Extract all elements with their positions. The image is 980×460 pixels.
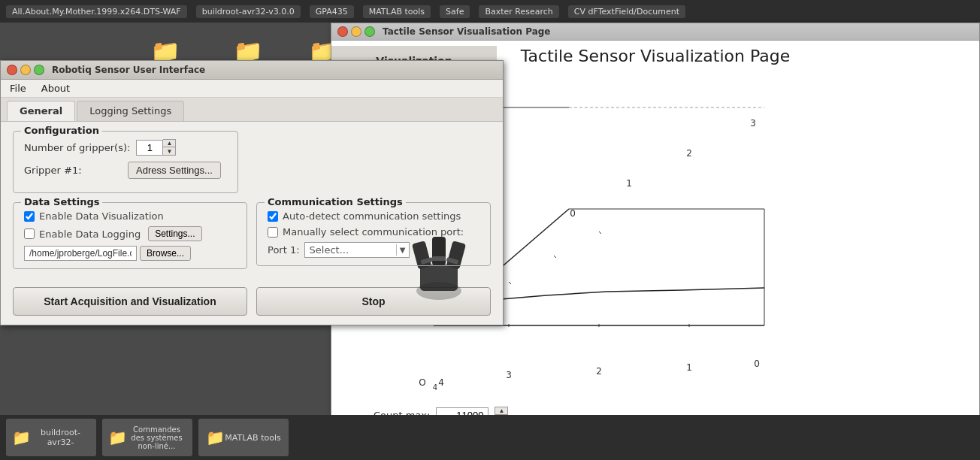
port-select-arrow[interactable]: ▼ [396,244,409,256]
configuration-section: Configuration Number of gripper(s): ▲ ▼ … [13,131,238,193]
bottom-item-label-3: MATLAB tools [225,433,280,443]
robotiq-content: Configuration Number of gripper(s): ▲ ▼ … [1,122,503,325]
svg-text:0: 0 [755,359,761,369]
robotiq-window: Robotiq Sensor User Interface File About… [0,60,504,325]
folder-icon-bottom-2: 📁 [108,428,127,446]
tactile-max-btn[interactable] [364,26,375,37]
num-grippers-label: Number of gripper(s): [24,142,130,153]
svg-line-26 [501,295,546,299]
robotiq-menu-bar: File About [1,80,503,98]
auto-detect-checkbox[interactable] [268,211,278,222]
svg-text:0: 0 [570,208,576,219]
enable-log-checkbox[interactable] [24,228,35,239]
folder-icon-bottom-1: 📁 [12,428,31,446]
data-settings-col: Data Settings Enable Data Visualization … [13,202,247,278]
tactile-page-title: Tactile Sensor Visualization Page [521,47,790,65]
taskbar-item-5[interactable]: Safe [440,5,470,18]
folder-icon-bottom-3: 📁 [206,428,225,446]
svg-text:3: 3 [507,370,513,380]
robotiq-max-btn[interactable] [34,65,44,75]
num-grippers-input[interactable] [136,140,163,156]
svg-text:2: 2 [597,366,603,377]
tab-general[interactable]: General [7,101,75,121]
enable-log-label: Enable Data Logging [39,228,141,240]
tactile-min-btn[interactable] [351,26,361,37]
menu-about[interactable]: About [38,81,73,95]
svg-text:1: 1 [627,178,633,189]
manual-select-label: Manually select communication port: [283,226,464,238]
port-select-container[interactable]: Select... ▼ [304,242,410,258]
port-label: Port 1: [268,244,300,256]
taskbar-item-4[interactable]: MATLAB tools [363,5,431,18]
count-max-up[interactable]: ▲ [495,407,507,415]
svg-line-28 [606,290,682,292]
svg-text:2: 2 [687,148,693,159]
tab-logging[interactable]: Logging Settings [77,101,184,121]
config-legend: Configuration [21,125,102,136]
svg-text:4: 4 [433,383,437,392]
num-grippers-up[interactable]: ▲ [163,140,175,147]
bottom-item-label-1: buildroot-avr32- [31,428,90,447]
tactile-window-title: Tactile Sensor Visualisation Page [383,26,551,37]
svg-line-27 [546,292,606,295]
num-grippers-down[interactable]: ▼ [163,147,175,155]
svg-line-39 [509,282,511,284]
num-grippers-arrows: ▲ ▼ [163,139,176,156]
tactile-window-controls [337,26,375,37]
data-settings-section: Data Settings Enable Data Visualization … [13,202,247,269]
bottom-item-label-2: Commandes des systèmes non-liné... [127,425,186,450]
manual-select-row: Manually select communication port: [268,226,479,238]
tab-bar: General Logging Settings [1,98,503,122]
address-settings-btn[interactable]: Adress Settings... [128,162,221,179]
port-select-value: Select... [305,243,396,257]
enable-viz-checkbox[interactable] [24,211,35,222]
enable-viz-row: Enable Data Visualization [24,210,236,222]
comm-settings-legend: Communication Settings [265,196,406,207]
desktop: 📁 All.About.My.Mother.1999.x264.DTS-WAF … [0,23,980,415]
robotiq-window-title: Robotiq Sensor User Interface [52,65,205,75]
bottom-taskbar: 📁 buildroot-avr32- 📁 Commandes des systè… [0,415,980,460]
robotiq-titlebar: Robotiq Sensor User Interface [1,61,503,80]
auto-detect-label: Auto-detect communication settings [283,210,461,222]
start-acquisition-btn[interactable]: Start Acquisition and Visualization [13,287,247,316]
svg-text:4: 4 [439,377,445,388]
manual-select-checkbox[interactable] [268,227,278,238]
svg-line-41 [599,232,601,234]
bottom-taskbar-item-2[interactable]: 📁 Commandes des systèmes non-liné... [102,419,192,456]
file-path-input[interactable] [24,246,137,261]
auto-detect-row: Auto-detect communication settings [268,210,479,222]
svg-text:3: 3 [751,118,757,129]
robotiq-close-btn[interactable] [7,65,17,75]
log-settings-btn[interactable]: Settings... [148,226,201,241]
enable-log-row: Enable Data Logging Settings... [24,226,236,241]
svg-text:1: 1 [687,362,693,373]
tactile-window-titlebar: Tactile Sensor Visualisation Page [331,23,979,41]
num-grippers-spinbox: ▲ ▼ [136,139,176,156]
menu-file[interactable]: File [7,81,29,95]
gripper-addr-row: Gripper #1: Adress Settings... [24,162,227,179]
svg-line-40 [554,256,556,258]
robotiq-min-btn[interactable] [20,65,31,75]
gripper-label: Gripper #1: [24,165,122,176]
enable-viz-label: Enable Data Visualization [39,210,164,222]
data-settings-legend: Data Settings [21,196,102,207]
comm-settings-section: Communication Settings Auto-detect commu… [256,202,491,266]
bottom-taskbar-item-1[interactable]: 📁 buildroot-avr32- [6,419,96,456]
top-taskbar: All.About.My.Mother.1999.x264.DTS-WAF bu… [0,0,980,23]
bottom-taskbar-item-3[interactable]: 📁 MATLAB tools [198,419,289,456]
browse-btn[interactable]: Browse... [140,246,191,261]
svg-line-29 [682,288,764,290]
file-path-row: Browse... [24,246,236,261]
tactile-close-btn[interactable] [337,26,348,37]
port-row: Port 1: Select... ▼ [268,242,479,258]
taskbar-item-1[interactable]: All.About.My.Mother.1999.x264.DTS-WAF [6,5,187,18]
num-grippers-row: Number of gripper(s): ▲ ▼ [24,139,227,156]
taskbar-item-7[interactable]: CV dFTextField/Document [568,5,685,18]
svg-text:O: O [419,377,426,388]
taskbar-item-3[interactable]: GPA435 [310,5,354,18]
taskbar-item-2[interactable]: buildroot-avr32-v3.0.0 [196,5,301,18]
robotiq-window-controls [7,65,44,75]
svg-rect-43 [420,265,458,291]
taskbar-item-6[interactable]: Baxter Research [479,5,558,18]
